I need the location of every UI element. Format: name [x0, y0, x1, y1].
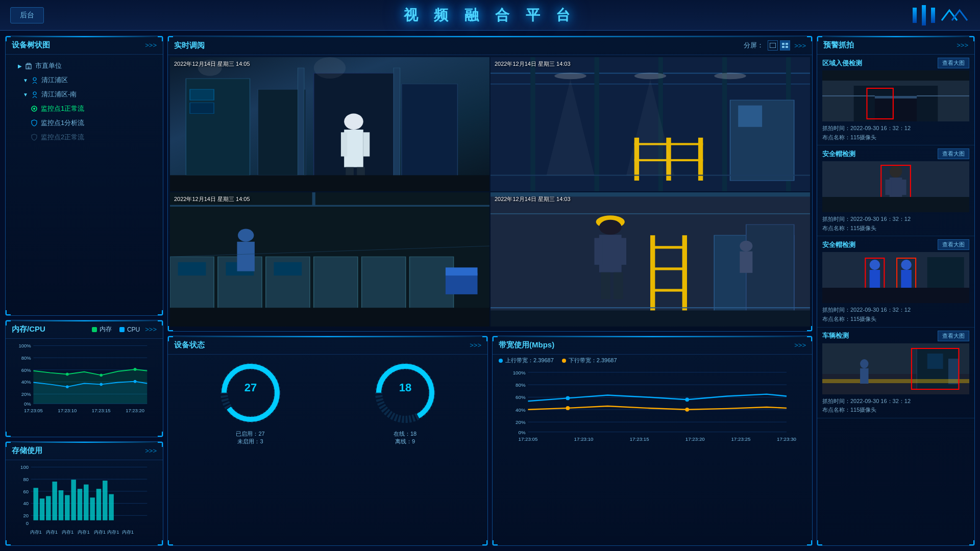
header-deco-chevron	[939, 8, 970, 23]
split-1-button[interactable]	[768, 40, 778, 51]
device-status-more[interactable]: >>>	[470, 341, 481, 349]
warning-3-thumb	[822, 252, 969, 303]
region-icon	[31, 77, 38, 84]
right-column: 预警抓拍 >>> 区域入侵检测 查看大图	[817, 36, 975, 546]
svg-point-163	[685, 397, 689, 402]
split-controls	[768, 40, 790, 51]
tree-item-city[interactable]: ▶ 市直单位	[8, 59, 161, 73]
online-label: 在线：18	[372, 430, 438, 438]
svg-rect-141	[740, 252, 752, 273]
factory-scene-3	[170, 192, 489, 327]
svg-rect-175	[875, 96, 917, 121]
warning-2-view-button[interactable]: 查看大图	[938, 148, 969, 159]
svg-point-117	[238, 229, 254, 242]
warning-3-header: 安全帽检测 查看大图	[822, 239, 969, 250]
svg-rect-189	[822, 197, 969, 212]
cpu-legend-dot	[119, 327, 125, 332]
tree-item-cam2[interactable]: 监控点1分析流	[8, 116, 161, 130]
warning-thumb-img-1	[822, 70, 969, 121]
svg-point-162	[566, 396, 570, 400]
realtime-more[interactable]: >>>	[794, 42, 806, 49]
video-cell-4[interactable]: 2022年12月14日 星期三 14:03	[491, 192, 810, 327]
memory-legend-dot	[92, 327, 97, 332]
warning-list: 区域入侵检测 查看大图	[817, 55, 974, 542]
building-icon	[25, 62, 32, 69]
svg-text:80%: 80%	[21, 355, 32, 361]
svg-text:17:23:25: 17:23:25	[731, 436, 750, 442]
tree-item-cam1[interactable]: 监控点1正常流	[8, 102, 161, 116]
svg-marker-23	[33, 382, 147, 404]
device-tree-more[interactable]: >>>	[145, 41, 157, 49]
video-cell-1[interactable]: 2022年12月14日 星期三 14:05	[170, 57, 489, 191]
bandwidth-header: 带宽使用(Mbps) >>>	[493, 336, 812, 355]
tree-item-region[interactable]: ▼ 清江浦区	[8, 73, 161, 87]
video-timestamp-4: 2022年12月14日 星期三 14:03	[495, 195, 571, 203]
svg-rect-112	[362, 257, 406, 310]
storage-more[interactable]: >>>	[145, 447, 157, 455]
svg-rect-88	[594, 57, 599, 191]
tree-item-subregion[interactable]: ▼ 清江浦区-南	[8, 87, 161, 102]
svg-text:内存1: 内存1	[94, 529, 106, 535]
svg-text:17:23:05: 17:23:05	[24, 408, 43, 413]
warning-4-view-button[interactable]: 查看大图	[938, 331, 969, 341]
video-cell-3[interactable]: 2022年12月14日 星期三 14:05	[170, 192, 489, 327]
download-legend-label: 下行带宽：2.39687	[569, 357, 617, 364]
svg-rect-49	[78, 489, 82, 520]
svg-rect-142	[491, 310, 810, 327]
memory-legend: 内存	[92, 325, 112, 334]
deco-bar-1	[913, 8, 917, 23]
svg-rect-116	[274, 262, 302, 276]
main-layout: 设备树状图 >>> ▶ 市直单位 ▼ 清江浦区 ▼ 清江浦区-南	[0, 31, 980, 551]
svg-text:80: 80	[23, 477, 29, 482]
svg-text:100%: 100%	[513, 370, 526, 375]
svg-point-100	[554, 73, 586, 80]
storage-header: 存储使用 >>>	[6, 442, 163, 460]
svg-rect-54	[109, 494, 113, 520]
svg-text:内存1: 内存1	[46, 529, 58, 535]
bandwidth-more[interactable]: >>>	[794, 341, 806, 349]
svg-point-4	[33, 92, 36, 95]
svg-point-21	[100, 373, 103, 377]
svg-point-101	[634, 73, 667, 80]
split-4-button[interactable]	[780, 40, 790, 51]
svg-text:0%: 0%	[519, 430, 526, 435]
donut-chart-2: 18	[372, 360, 438, 426]
warning-item-2: 安全帽检测 查看大图	[817, 145, 974, 236]
quad-split-icon	[782, 43, 788, 48]
svg-rect-53	[103, 481, 107, 520]
warning-4-thumb	[822, 343, 969, 394]
warning-1-view-button[interactable]: 查看大图	[938, 58, 969, 68]
svg-point-24	[66, 385, 69, 388]
warning-4-info: 抓拍时间：2022-09-30 16：32：12 布点名称：115摄像头	[822, 397, 969, 415]
arrow-icon: ▶	[18, 63, 22, 69]
svg-rect-98	[738, 106, 762, 127]
warning-3-view-button[interactable]: 查看大图	[938, 239, 969, 250]
svg-rect-136	[601, 272, 610, 299]
svg-rect-198	[822, 288, 969, 303]
svg-point-22	[134, 368, 137, 371]
warning-4-type: 车辆检测	[822, 331, 849, 340]
svg-rect-44	[46, 496, 51, 520]
svg-point-25	[100, 383, 103, 386]
svg-rect-65	[782, 46, 785, 48]
svg-rect-137	[614, 272, 623, 299]
svg-rect-194	[901, 270, 912, 290]
cpu-memory-more[interactable]: >>>	[145, 325, 157, 333]
cpu-memory-panel: 内存/CPU 内存 CPU >>>	[5, 320, 163, 437]
tree-item-cam3[interactable]: 监控点2正常流	[8, 130, 161, 144]
tree-label: 市直单位	[35, 61, 62, 70]
download-legend: 下行带宽：2.39687	[562, 357, 617, 364]
warning-3-info: 抓拍时间：2022-09-30 16：32：12 布点名称：115摄像头	[822, 306, 969, 323]
svg-rect-71	[190, 89, 214, 100]
back-button[interactable]: 后台	[10, 7, 44, 23]
upload-legend-label: 上行带宽：2.39687	[505, 357, 554, 364]
svg-rect-45	[52, 482, 57, 520]
warnings-more[interactable]: >>>	[957, 41, 968, 49]
svg-text:20%: 20%	[516, 419, 526, 425]
svg-rect-114	[178, 262, 206, 276]
svg-rect-62	[770, 43, 776, 48]
svg-point-26	[134, 380, 137, 383]
svg-text:0%: 0%	[24, 401, 31, 407]
video-cell-2[interactable]: 2022年12月14日 星期三 14:03	[491, 57, 810, 191]
donut-enabled: 27 已启用：27 未启用：3	[217, 360, 284, 445]
